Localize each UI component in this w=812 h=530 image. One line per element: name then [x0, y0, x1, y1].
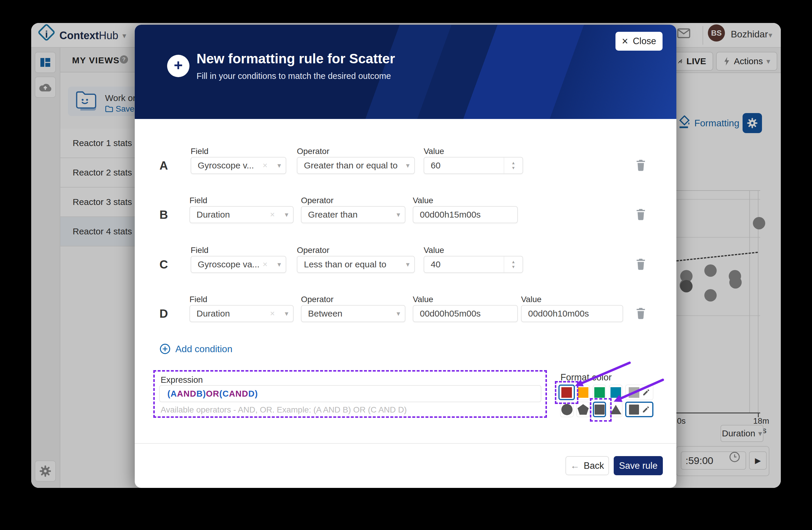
shape-square-icon	[629, 405, 639, 415]
select-box[interactable]: Gyroscope va...×▾	[191, 256, 286, 273]
delete-condition-button[interactable]	[635, 158, 648, 173]
modal-title: New formatting rule for Scatter	[197, 51, 395, 67]
select-box[interactable]: Gyroscope v...×▾	[191, 157, 286, 174]
select-box[interactable]: Greater than or equal to▾	[297, 157, 415, 174]
field-label: Value	[424, 246, 523, 254]
condition-row-b: BFieldDuration×▾OperatorGreater than▾Val…	[135, 196, 676, 234]
shape-swatch-button-square[interactable]	[625, 402, 653, 417]
expression-token: (C	[219, 389, 229, 399]
expression-token: OR	[206, 389, 219, 399]
clear-icon[interactable]: ×	[263, 161, 267, 170]
text-input[interactable]: 00d00h15m00s	[413, 206, 518, 223]
condition-field-group: Value40▲▼	[424, 246, 523, 254]
color-swatch	[578, 387, 589, 398]
number-input[interactable]: 60▲▼	[424, 157, 523, 174]
select-value: Duration	[197, 210, 230, 220]
back-arrow-icon: ←	[570, 461, 580, 471]
color-swatch	[594, 387, 605, 398]
select-box[interactable]: Between▾	[301, 305, 405, 322]
expression-token: AND	[229, 389, 248, 399]
input-value: 60	[431, 161, 440, 170]
condition-field-group: FieldDuration×▾	[189, 295, 294, 304]
close-icon: ×	[622, 35, 628, 47]
field-label: Operator	[297, 147, 415, 155]
select-box[interactable]: Less than or equal to▾	[297, 256, 415, 273]
condition-row-c: CFieldGyroscope va...×▾OperatorLess than…	[135, 246, 676, 284]
plus-circle-icon: +	[167, 55, 189, 77]
delete-condition-button[interactable]	[635, 208, 648, 222]
number-stepper[interactable]: ▲▼	[504, 256, 522, 273]
field-label: Operator	[301, 196, 405, 205]
condition-letter: C	[159, 256, 168, 273]
input-value: 00d00h10m00s	[528, 309, 589, 319]
delete-condition-button[interactable]	[635, 257, 648, 272]
plus-circle-icon	[159, 343, 171, 354]
clear-icon[interactable]: ×	[270, 210, 275, 219]
back-button[interactable]: ← Back	[565, 456, 609, 475]
color-swatch	[610, 387, 621, 398]
expression-helper-text: Available operators - AND, OR. Example: …	[161, 405, 407, 415]
delete-condition-button[interactable]	[635, 307, 648, 321]
expression-token: D)	[248, 389, 258, 399]
input-value: 00d00h05m00s	[420, 309, 481, 319]
select-box[interactable]: Duration×▾	[189, 305, 294, 322]
chevron-down-icon: ▾	[285, 309, 288, 318]
color-swatch-button[interactable]	[625, 385, 653, 400]
pencil-icon	[642, 389, 650, 396]
text-input[interactable]: 00d00h05m00s	[413, 305, 518, 322]
condition-row-a: AFieldGyroscope v...×▾OperatorGreater th…	[135, 147, 676, 185]
condition-field-group: Value00d00h10m00s	[521, 295, 623, 304]
new-rule-modal: + New formatting rule for Scatter Fill i…	[135, 25, 676, 488]
select-value: Gyroscope va...	[198, 260, 260, 269]
shape-circle-icon	[561, 404, 572, 415]
condition-field-group: Value00d00h15m00s	[413, 196, 518, 205]
footer-divider	[135, 443, 676, 444]
clear-icon[interactable]: ×	[263, 260, 267, 269]
select-box[interactable]: Duration×▾	[189, 206, 294, 223]
clear-icon[interactable]: ×	[270, 309, 275, 318]
modal-banner: + New formatting rule for Scatter Fill i…	[135, 25, 676, 119]
condition-field-group: FieldGyroscope va...×▾	[191, 246, 286, 254]
field-label: Field	[191, 246, 286, 254]
close-label: Close	[633, 36, 656, 46]
number-input[interactable]: 40▲▼	[424, 256, 523, 273]
expression-token: B)	[196, 389, 206, 399]
save-rule-button[interactable]: Save rule	[614, 456, 663, 475]
condition-letter: A	[159, 157, 168, 174]
condition-field-group: FieldDuration×▾	[189, 196, 294, 205]
text-input[interactable]: 00d00h10m00s	[521, 305, 623, 322]
close-button[interactable]: × Close	[615, 32, 663, 51]
input-value: 40	[431, 260, 440, 269]
modal-subtitle: Fill in your conditions to match the des…	[197, 71, 391, 81]
select-value: Gyroscope v...	[198, 161, 254, 170]
condition-letter: D	[159, 305, 168, 322]
add-condition-button[interactable]: Add condition	[159, 343, 232, 354]
field-label: Value	[413, 196, 518, 205]
field-label: Field	[189, 196, 294, 205]
back-label: Back	[584, 461, 604, 471]
shape-pentagon-icon	[578, 404, 589, 415]
chevron-down-icon: ▾	[396, 309, 400, 318]
add-condition-label: Add condition	[175, 344, 232, 354]
select-value: Duration	[197, 309, 230, 319]
chevron-down-icon: ▾	[406, 161, 409, 170]
condition-row-d: DFieldDuration×▾OperatorBetween▾Value00d…	[135, 295, 676, 333]
field-label: Value	[413, 295, 518, 304]
chevron-down-icon: ▾	[396, 210, 400, 219]
input-value: 00d00h15m00s	[420, 210, 481, 220]
select-value: Between	[308, 309, 343, 319]
condition-field-group: OperatorLess than or equal to▾	[297, 246, 415, 254]
expression-token: (A	[168, 389, 177, 399]
number-stepper[interactable]: ▲▼	[504, 157, 522, 173]
shape-triangle-icon	[610, 405, 621, 414]
expression-input[interactable]: (A AND B) OR (C AND D)	[159, 385, 541, 402]
chevron-down-icon: ▾	[285, 210, 288, 219]
select-value: Greater than	[308, 210, 358, 220]
field-label: Field	[189, 295, 294, 304]
field-label: Value	[424, 147, 523, 155]
condition-field-group: FieldGyroscope v...×▾	[191, 147, 286, 155]
field-label: Operator	[297, 246, 415, 254]
pencil-icon	[642, 406, 650, 414]
select-box[interactable]: Greater than▾	[301, 206, 405, 223]
screen: i ContextHub ▾ BS Bozhidar ▾ MY VIEWS ?	[0, 0, 812, 530]
